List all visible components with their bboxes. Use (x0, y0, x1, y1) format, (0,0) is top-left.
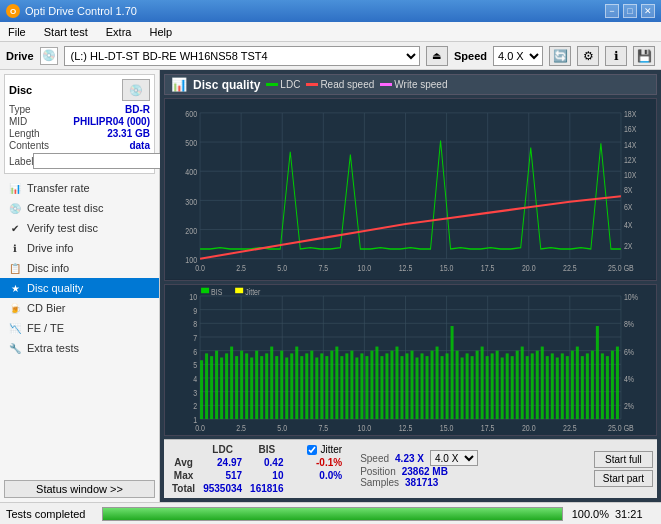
svg-rect-137 (405, 353, 408, 419)
max-row-label: Max (168, 469, 199, 482)
disc-icon-btn[interactable]: 💿 (122, 79, 150, 101)
progress-bar (102, 507, 563, 521)
info-button[interactable]: ℹ (605, 46, 627, 66)
menu-help[interactable]: Help (145, 25, 176, 39)
drive-icon: 💿 (40, 47, 58, 65)
disc-label-row: Label ✏ (9, 153, 150, 169)
sidebar-item-extra-tests[interactable]: 🔧 Extra tests (0, 338, 159, 358)
titlebar-controls: − □ ✕ (605, 4, 655, 18)
disc-title: Disc (9, 84, 32, 96)
create-test-disc-label: Create test disc (27, 202, 103, 214)
total-bis: 161816 (246, 482, 287, 495)
svg-text:8: 8 (193, 318, 197, 329)
svg-text:15.0: 15.0 (440, 422, 454, 433)
start-part-button[interactable]: Start part (594, 470, 653, 487)
sidebar-item-disc-info[interactable]: 📋 Disc info (0, 258, 159, 278)
svg-text:200: 200 (185, 225, 197, 236)
svg-text:6X: 6X (624, 201, 633, 212)
save-button[interactable]: 💾 (633, 46, 655, 66)
svg-text:8X: 8X (624, 184, 633, 195)
sidebar-item-drive-info[interactable]: ℹ Drive info (0, 238, 159, 258)
svg-rect-164 (541, 346, 544, 418)
jitter-check-area: Jitter (307, 444, 342, 455)
extra-tests-label: Extra tests (27, 342, 79, 354)
disc-info-label: Disc info (27, 262, 69, 274)
svg-text:6%: 6% (624, 345, 635, 356)
jitter-checkbox[interactable] (307, 445, 317, 455)
svg-text:2.5: 2.5 (236, 262, 246, 273)
svg-rect-100 (220, 357, 223, 419)
sidebar-item-disc-quality[interactable]: ★ Disc quality (0, 278, 159, 298)
samples-label: Samples (360, 477, 399, 488)
svg-rect-150 (471, 356, 474, 419)
speed-info-area: Speed 4.23 X 4.0 X Position 23862 MB Sam… (360, 450, 478, 488)
close-button[interactable]: ✕ (641, 4, 655, 18)
label-input[interactable] (33, 153, 162, 169)
svg-rect-138 (411, 350, 414, 418)
sidebar-item-fe-te[interactable]: 📉 FE / TE (0, 318, 159, 338)
svg-rect-125 (345, 353, 348, 419)
svg-rect-163 (536, 350, 539, 418)
fe-te-label: FE / TE (27, 322, 64, 334)
settings-button[interactable]: ⚙ (577, 46, 599, 66)
sidebar-item-cd-bier[interactable]: 🍺 CD Bier (0, 298, 159, 318)
svg-rect-109 (265, 353, 268, 419)
sidebar-item-create-test-disc[interactable]: 💿 Create test disc (0, 198, 159, 218)
speed-selector[interactable]: 4.0 X (493, 46, 543, 66)
speed-row: Speed 4.23 X 4.0 X (360, 450, 478, 466)
svg-rect-107 (255, 350, 258, 418)
start-full-button[interactable]: Start full (594, 451, 653, 468)
svg-rect-134 (390, 350, 393, 418)
status-time: 31:21 (615, 508, 655, 520)
menu-extra[interactable]: Extra (102, 25, 136, 39)
svg-rect-118 (310, 350, 313, 418)
svg-rect-174 (591, 350, 594, 418)
svg-rect-68 (235, 287, 243, 292)
svg-text:2.5: 2.5 (236, 422, 246, 433)
menu-file[interactable]: File (4, 25, 30, 39)
svg-rect-156 (501, 357, 504, 419)
avg-bis: 0.42 (246, 456, 287, 469)
svg-text:10%: 10% (624, 290, 638, 301)
svg-rect-136 (400, 356, 403, 419)
svg-text:Jitter: Jitter (245, 285, 260, 296)
contents-value: data (129, 140, 150, 151)
svg-rect-127 (355, 357, 358, 419)
position-row: Position 23862 MB (360, 466, 478, 477)
svg-text:20.0: 20.0 (522, 422, 536, 433)
speed-stat-select[interactable]: 4.0 X (430, 450, 478, 466)
ldc-label: LDC (280, 79, 300, 90)
svg-text:17.5: 17.5 (481, 422, 495, 433)
refresh-button[interactable]: 🔄 (549, 46, 571, 66)
transfer-rate-icon: 📊 (8, 181, 22, 195)
svg-rect-168 (561, 353, 564, 419)
minimize-button[interactable]: − (605, 4, 619, 18)
svg-rect-133 (385, 353, 388, 419)
progress-percent: 100.0% (569, 508, 609, 520)
jitter-label: Jitter (320, 444, 342, 455)
svg-text:12.5: 12.5 (399, 422, 413, 433)
sidebar-item-verify-test-disc[interactable]: ✔ Verify test disc (0, 218, 159, 238)
drive-info-label: Drive info (27, 242, 73, 254)
contents-label: Contents (9, 140, 49, 151)
svg-rect-152 (481, 346, 484, 418)
svg-text:8%: 8% (624, 318, 635, 329)
svg-text:10: 10 (189, 290, 197, 301)
maximize-button[interactable]: □ (623, 4, 637, 18)
svg-rect-110 (270, 346, 273, 418)
svg-rect-144 (441, 356, 444, 419)
menubar: File Start test Extra Help (0, 22, 661, 42)
eject-button[interactable]: ⏏ (426, 46, 448, 66)
total-row-label: Total (168, 482, 199, 495)
drive-label: Drive (6, 50, 34, 62)
svg-rect-116 (300, 356, 303, 419)
status-window-button[interactable]: Status window >> (4, 480, 155, 498)
svg-rect-169 (566, 356, 569, 419)
drive-selector[interactable]: (L:) HL-DT-ST BD-RE WH16NS58 TST4 (64, 46, 420, 66)
sidebar-item-transfer-rate[interactable]: 📊 Transfer rate (0, 178, 159, 198)
svg-rect-102 (230, 346, 233, 418)
svg-rect-161 (526, 356, 529, 419)
svg-text:400: 400 (185, 166, 197, 177)
menu-start-test[interactable]: Start test (40, 25, 92, 39)
svg-text:2: 2 (193, 400, 197, 411)
